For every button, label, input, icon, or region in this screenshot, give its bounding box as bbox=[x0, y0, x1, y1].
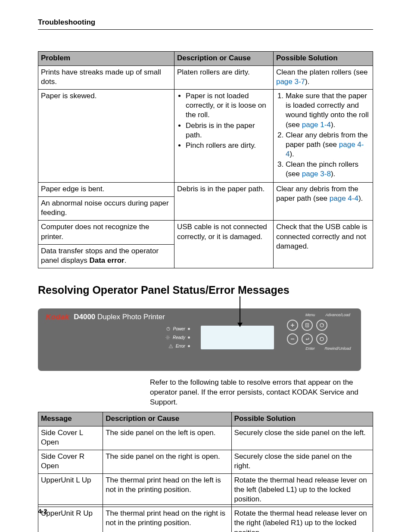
error-icon bbox=[168, 344, 173, 348]
lcd-display bbox=[201, 326, 274, 349]
minus-button[interactable] bbox=[287, 333, 298, 345]
t1-r5-problem: Computer does not recognize the printer. bbox=[38, 221, 174, 244]
t1-r1-sol: Clean the platen rollers (see page 3-7). bbox=[273, 66, 373, 90]
t1-head-problem: Problem bbox=[38, 52, 174, 66]
status-lights: Power Ready Error bbox=[165, 325, 190, 351]
t1-r5-sol: Check that the USB cable is connected co… bbox=[273, 221, 373, 268]
advance-button[interactable] bbox=[316, 320, 327, 331]
t1-r1-desc: Platen rollers are dirty. bbox=[174, 66, 273, 90]
t2-head-desc: Description or Cause bbox=[103, 412, 231, 426]
t1-r2-desc: Paper is not loaded correctly, or it is … bbox=[174, 90, 273, 183]
svg-point-2 bbox=[167, 337, 169, 339]
table-row: UpperUnit L Up The thermal print head on… bbox=[38, 474, 373, 507]
t1-head-desc: Description or Cause bbox=[174, 52, 273, 66]
section-heading: Resolving Operator Panel Status/Error Me… bbox=[38, 284, 373, 296]
troubleshooting-table: Problem Description or Cause Possible So… bbox=[38, 51, 373, 268]
svg-line-8 bbox=[169, 339, 169, 339]
page-number: 4-2 bbox=[38, 504, 373, 515]
label-enter: Enter bbox=[303, 346, 317, 351]
svg-line-7 bbox=[166, 336, 167, 336]
panel-brand: Kodak D4000 Duplex Photo Printer bbox=[46, 313, 165, 321]
link-page-3-7[interactable]: page 3-7 bbox=[276, 78, 305, 86]
table-row: Side Cover R Open The side panel on the … bbox=[38, 450, 373, 473]
ready-icon bbox=[165, 335, 170, 340]
svg-point-12 bbox=[171, 347, 171, 348]
t1-r6-problem: Data transfer stops and the operator pan… bbox=[38, 244, 174, 268]
t1-r1-problem: Prints have streaks made up of small dot… bbox=[38, 66, 174, 90]
table-row: Side Cover L Open The side panel on the … bbox=[38, 426, 373, 450]
panel-buttons: Menu Advance/Load Enter Rewind/Unload bbox=[287, 313, 356, 351]
link-page-4-4b[interactable]: page 4-4 bbox=[330, 194, 358, 202]
label-advance: Advance/Load bbox=[322, 313, 353, 317]
enter-button[interactable] bbox=[302, 333, 313, 345]
menu-button[interactable] bbox=[302, 320, 313, 331]
link-page-3-8[interactable]: page 3-8 bbox=[302, 170, 331, 178]
t1-r3-desc: Debris is in the paper path. bbox=[174, 183, 273, 221]
t1-r5-desc: USB cable is not connected correctly, or… bbox=[174, 221, 273, 268]
plus-button[interactable] bbox=[287, 320, 298, 331]
label-rewind: Rewind/Unload bbox=[322, 346, 353, 351]
operator-panel: Kodak D4000 Duplex Photo Printer Power R… bbox=[38, 308, 361, 371]
t1-r3-problem: Paper edge is bent. bbox=[38, 183, 174, 197]
svg-line-10 bbox=[169, 336, 169, 336]
page-header: Troubleshooting bbox=[38, 18, 373, 30]
pointer-arrow bbox=[240, 296, 240, 327]
svg-line-9 bbox=[166, 339, 167, 339]
rewind-button[interactable] bbox=[316, 333, 327, 345]
t2-head-msg: Message bbox=[38, 412, 103, 426]
link-page-1-4[interactable]: page 1-4 bbox=[302, 121, 331, 129]
t1-r2-problem: Paper is skewed. bbox=[38, 90, 174, 183]
t1-r4-problem: An abnormal noise occurs during paper fe… bbox=[38, 197, 174, 221]
t1-r2-sol: Make sure that the paper is loaded corre… bbox=[273, 90, 373, 183]
power-icon bbox=[166, 327, 171, 331]
t1-r3-sol: Clear any debris from the paper path (se… bbox=[273, 183, 373, 221]
label-menu: Menu bbox=[303, 313, 317, 317]
t2-head-sol: Possible Solution bbox=[231, 412, 373, 426]
t1-head-sol: Possible Solution bbox=[273, 52, 373, 66]
kodak-logo: Kodak bbox=[46, 313, 69, 321]
panel-note-text: Refer to the following table to resolve … bbox=[150, 378, 364, 408]
